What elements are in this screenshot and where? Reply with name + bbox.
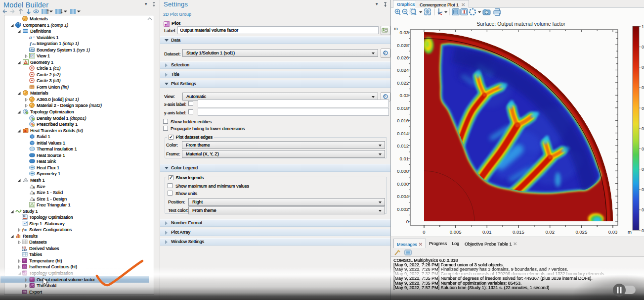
svg-text:0.4: 0.4 [642, 147, 644, 151]
svg-text:=: = [33, 36, 35, 39]
svg-text:■: ■ [165, 22, 167, 27]
svg-text:Surface: Output material volum: Surface: Output material volume factor [476, 21, 565, 27]
svg-text:0.016: 0.016 [397, 118, 409, 123]
svg-text:0.014: 0.014 [397, 131, 409, 136]
svg-text:0.8: 0.8 [642, 65, 644, 70]
svg-text:0.03: 0.03 [400, 30, 409, 35]
svg-text:0.01: 0.01 [482, 229, 492, 235]
svg-text:0: 0 [423, 229, 425, 235]
svg-text:0.008: 0.008 [397, 168, 409, 174]
svg-text:0.3: 0.3 [642, 167, 644, 172]
svg-text:0.026: 0.026 [397, 55, 409, 60]
svg-text:0: 0 [642, 228, 644, 233]
svg-text:0.006: 0.006 [397, 181, 409, 187]
svg-text:e12: e12 [22, 249, 27, 251]
svg-text:1: 1 [642, 24, 644, 29]
svg-text:0.012: 0.012 [397, 143, 409, 149]
svg-text:0.5: 0.5 [642, 126, 644, 131]
svg-text:m: m [628, 229, 632, 235]
svg-text:du: du [32, 43, 36, 46]
svg-text:0.2: 0.2 [642, 187, 644, 192]
svg-text:0.005: 0.005 [450, 229, 462, 235]
svg-text:5: 5 [384, 51, 386, 54]
svg-text:0.022: 0.022 [397, 80, 409, 86]
svg-text:0.01: 0.01 [400, 156, 409, 161]
svg-text:0.02: 0.02 [545, 229, 555, 235]
svg-text:0.004: 0.004 [397, 194, 409, 199]
svg-text:A: A [33, 186, 35, 189]
svg-text:A: A [33, 192, 35, 195]
svg-text:5: 5 [384, 95, 386, 98]
svg-text:a: a [29, 35, 32, 40]
svg-text:0: 0 [406, 219, 409, 224]
svg-text:0.9: 0.9 [642, 45, 644, 50]
svg-text:0.6: 0.6 [642, 106, 644, 111]
svg-text:1²: 1² [23, 215, 25, 218]
svg-text:0.024: 0.024 [397, 67, 409, 73]
svg-text:0.018: 0.018 [397, 105, 409, 111]
svg-text:0.1: 0.1 [642, 207, 644, 212]
svg-text:0.002: 0.002 [397, 206, 409, 212]
svg-text:0.03: 0.03 [608, 229, 618, 235]
svg-text:0.025: 0.025 [575, 229, 587, 235]
svg-text:?: ? [19, 23, 21, 26]
svg-text:0.7: 0.7 [642, 85, 644, 90]
svg-text:■: ■ [24, 228, 26, 232]
svg-text:0.028: 0.028 [397, 43, 409, 48]
svg-text:A: A [33, 198, 35, 201]
svg-text:0.015: 0.015 [513, 229, 524, 235]
svg-text:m: m [394, 26, 398, 31]
svg-text:0.02: 0.02 [400, 93, 409, 98]
